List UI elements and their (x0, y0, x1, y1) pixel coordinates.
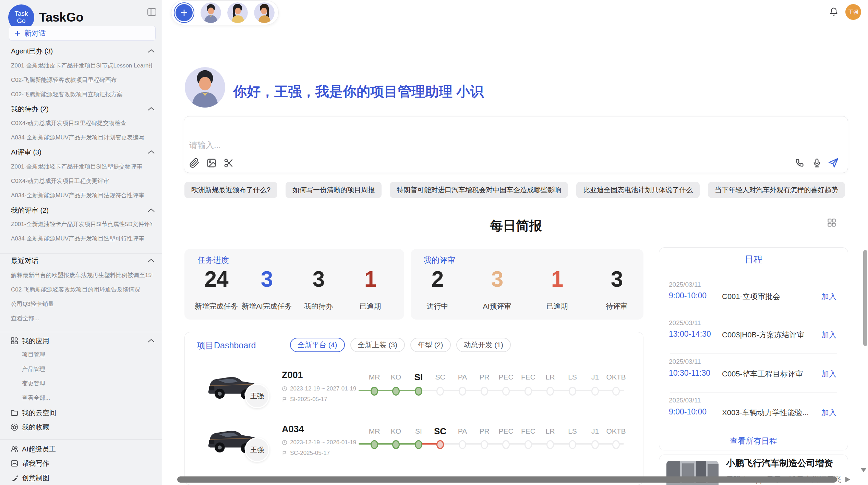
chevron-up-icon[interactable] (147, 107, 155, 111)
divider (670, 427, 837, 427)
milestone-progress (359, 443, 419, 445)
layout-grid-icon[interactable] (827, 218, 836, 227)
sidebar-item[interactable]: A034-全新新能源MUV产品开发项目计划变更表编写 (11, 134, 152, 141)
paperclip-icon[interactable] (189, 158, 200, 169)
join-button[interactable]: 加入 (821, 291, 836, 302)
message-input[interactable] (184, 116, 848, 173)
stat-label: 新增完成任务 (195, 301, 238, 311)
project-owner-badge: 王强 (245, 437, 269, 462)
suggestion-chip[interactable]: 欧洲新规最近颁布了什么? (184, 182, 277, 198)
stat-value: 3 (313, 266, 325, 292)
sidebar-item[interactable]: 公司Q3轻卡销量 (11, 300, 152, 308)
section-ai-review[interactable]: AI评审 (3) (11, 148, 41, 157)
tab-all-new-platform[interactable]: 全新平台 (4) (290, 338, 345, 352)
project-date-range: 2023-12-19 ~ 2027-01-19 (290, 385, 356, 392)
panel-collapse-icon[interactable] (147, 7, 157, 17)
sidebar-item[interactable]: C0X4-动力总成开发项目SI里程碑提交物检查 (11, 119, 152, 127)
schedule-title: 日程 (659, 253, 848, 265)
section-recent[interactable]: 最近对话 (11, 256, 38, 265)
join-button[interactable]: 加入 (821, 408, 836, 418)
join-button[interactable]: 加入 (821, 369, 836, 379)
apps-view-all[interactable]: 查看全部... (22, 394, 152, 402)
milestone-dot (546, 387, 554, 396)
schedule-card (659, 247, 848, 450)
suggestion-chip[interactable]: 当下年轻人对汽车外观有怎样的喜好趋势 (708, 182, 845, 198)
suggestion-chip[interactable]: 特朗普可能对进口汽车增税会对中国车企造成哪些影响 (390, 182, 568, 198)
suggestion-chip[interactable]: 比亚迪全固态电池计划具体说了什么 (576, 182, 700, 198)
tab-year-model[interactable]: 年型 (2) (410, 338, 451, 352)
users-icon (10, 445, 19, 453)
milestone-dot (612, 387, 620, 396)
schedule-date: 2025/03/11 (669, 319, 701, 327)
avatar[interactable] (201, 2, 221, 23)
sidebar-item-change-mgmt[interactable]: 变更管理 (22, 380, 152, 387)
tab-new-body[interactable]: 全新上装 (3) (350, 338, 405, 352)
avatar[interactable] (254, 2, 275, 23)
sidebar-item-product-mgmt[interactable]: 产品管理 (22, 365, 152, 373)
sidebar-item[interactable]: A034-全新新能源MUV产品开发项目法规符合性评审 (11, 191, 152, 199)
sidebar-item-project-mgmt[interactable]: 项目管理 (22, 351, 152, 359)
scroll-down-arrow[interactable] (860, 468, 867, 472)
mic-icon[interactable] (812, 158, 823, 169)
sidebar-item-help-write[interactable]: 帮我写作 (22, 459, 49, 468)
avatar[interactable] (227, 2, 248, 23)
join-button[interactable]: 加入 (821, 330, 836, 340)
chevron-up-icon[interactable] (147, 339, 155, 343)
user-avatar[interactable]: 王强 (845, 4, 861, 20)
folder-icon (10, 409, 19, 417)
stat-value: 3 (611, 266, 623, 292)
sidebar-item-creative-draw[interactable]: 创意制图 (22, 473, 49, 483)
phone-icon[interactable] (795, 158, 806, 169)
recent-view-all[interactable]: 查看全部... (11, 314, 152, 322)
milestone-progress (359, 390, 419, 391)
milestone-dot-done (392, 387, 400, 396)
chevron-up-icon[interactable] (147, 208, 155, 212)
sidebar-item[interactable]: C02-飞腾新能源轻客改款项目里程碑画布 (11, 76, 152, 84)
section-agent-done[interactable]: Agent已办 (3) (11, 47, 53, 56)
bell-icon[interactable] (829, 7, 839, 16)
sidebar-item-cloud-space[interactable]: 我的云空间 (22, 408, 56, 418)
flag-icon (282, 450, 287, 456)
sidebar-item-favorites[interactable]: 我的收藏 (22, 423, 49, 432)
vertical-scrollbar[interactable] (863, 250, 867, 346)
sidebar-item[interactable]: Z001-全新燃油轻卡产品开发项目SI节点属性5D文件评审 (11, 220, 152, 228)
milestone-dot (481, 387, 488, 396)
new-session-button[interactable] (174, 2, 194, 23)
sidebar-item-ai-staff[interactable]: AI超级员工 (22, 445, 56, 454)
chevron-up-icon[interactable] (147, 49, 155, 53)
sidebar-item-my-apps[interactable]: 我的应用 (22, 336, 49, 346)
horizontal-scrollbar[interactable] (177, 476, 837, 483)
sidebar: Task Go TaskGo 新对话 Agent已办 (3) Z001-全新燃油… (0, 0, 162, 485)
scroll-right-arrow[interactable] (845, 477, 850, 482)
scissors-icon[interactable] (224, 158, 234, 169)
schedule-date: 2025/03/11 (669, 281, 701, 288)
new-chat-button[interactable]: 新对话 (9, 26, 156, 41)
sidebar-item[interactable]: Z001-全新燃油皮卡产品开发项目SI节点Lesson Learn报告 (11, 62, 152, 70)
sidebar-item[interactable]: A034-全新新能源MUV产品开发项目造型可行性评审 (11, 235, 152, 242)
project-dashboard-card (184, 332, 643, 485)
send-icon[interactable] (828, 157, 839, 168)
suggestion-chip[interactable]: 如何写一份清晰的项目周报 (286, 182, 382, 198)
sidebar-item[interactable]: 解释最新出台的欧盟报废车法规再生塑料比例被调至15%... (11, 271, 152, 279)
sidebar-item[interactable]: Z001-全新燃油轻卡产品开发项目SI造型提交物评审 (11, 163, 152, 171)
milestone-dot (546, 440, 554, 449)
milestone-dot (481, 440, 488, 449)
tab-powertrain[interactable]: 动总开发 (1) (456, 338, 511, 352)
sidebar-item[interactable]: C02-飞腾新能源轻客改款项目立项汇报方案 (11, 90, 152, 98)
section-my-review[interactable]: 我的评审 (2) (11, 206, 49, 215)
sidebar-item[interactable]: C0X4-动力总成开发项目工程变更评审 (11, 177, 152, 185)
sidebar-item[interactable]: C02-飞腾新能源轻客改款项目的闭环通告反馈情况 (11, 286, 152, 294)
stat-value: 3 (261, 266, 273, 292)
chevron-up-icon[interactable] (147, 150, 155, 154)
schedule-name: C003|H0B-方案冻结评审 (722, 330, 804, 340)
stat-label: 进行中 (427, 301, 448, 311)
image-icon[interactable] (206, 158, 217, 169)
chevron-up-icon[interactable] (147, 259, 155, 263)
section-my-todo[interactable]: 我的待办 (2) (11, 104, 49, 114)
pen-icon (10, 474, 19, 482)
project-dates: 2023-12-19 ~ 2026-01-19 (282, 439, 356, 446)
view-all-schedule[interactable]: 查看所有日程 (659, 436, 848, 446)
task-card-title: 任务进度 (197, 255, 229, 265)
project-milestone-label: SI-2025-05-17 (290, 396, 327, 403)
project-milestone-date: SC-2025-05-17 (282, 450, 330, 457)
